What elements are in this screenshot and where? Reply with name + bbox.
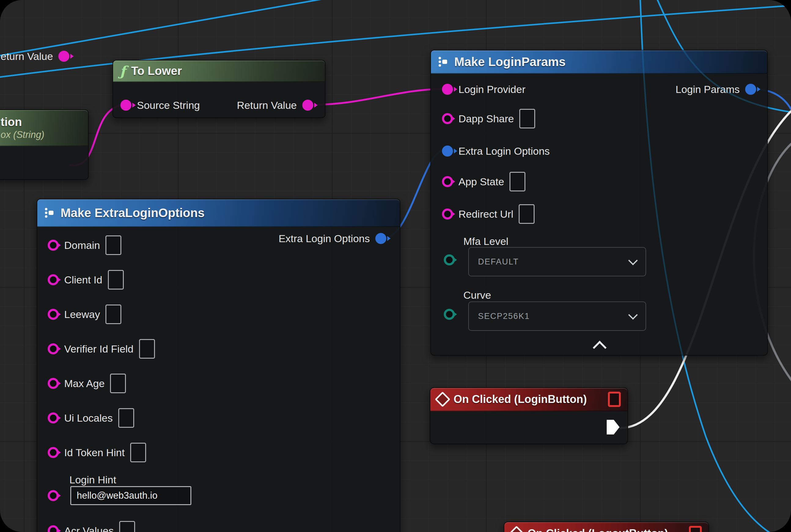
leeway-pin[interactable] bbox=[48, 309, 59, 320]
dapp-share-label: Dapp Share bbox=[459, 113, 514, 125]
app-state-pin[interactable] bbox=[442, 176, 453, 187]
chevron-down-icon bbox=[628, 255, 638, 265]
wire-magenta-mid[interactable] bbox=[318, 89, 444, 104]
node-on-clicked-logout-button[interactable]: On Clicked (LogoutButton) bbox=[504, 521, 709, 532]
pin-row-verifier-id-field: Verifier Id Field bbox=[48, 340, 155, 357]
pin-row-login-provider: Login Provider bbox=[442, 81, 525, 98]
verifier-id-field-value-box[interactable] bbox=[139, 339, 155, 359]
verifier-id-field-pin[interactable] bbox=[48, 343, 59, 354]
curve-pin[interactable] bbox=[444, 309, 455, 320]
node-subtitle-fragment: ox (String) bbox=[1, 129, 44, 140]
node-title: Make ExtraLoginOptions bbox=[60, 206, 205, 220]
pin-row-leeway: Leeway bbox=[48, 306, 121, 323]
redirect-url-label: Redirect Url bbox=[459, 208, 513, 220]
mfa-level-label: Mfa Level bbox=[463, 235, 508, 247]
ui-locales-label: Ui Locales bbox=[64, 412, 113, 424]
extra-login-options-out-label: Extra Login Options bbox=[278, 233, 370, 245]
exec-output-pin[interactable] bbox=[607, 420, 619, 435]
max-age-pin[interactable] bbox=[48, 378, 59, 389]
node-to-lower-header[interactable]: ƒ To Lower bbox=[113, 60, 325, 82]
id-token-hint-label: Id Token Hint bbox=[64, 447, 125, 459]
return-value-label: Return Value bbox=[237, 99, 297, 111]
mfa-level-pin[interactable] bbox=[444, 254, 455, 265]
max-age-label: Max Age bbox=[64, 378, 104, 390]
source-string-label: Source String bbox=[137, 99, 200, 111]
id-token-hint-value-box[interactable] bbox=[130, 443, 146, 462]
node-title: To Lower bbox=[131, 64, 182, 78]
node-on-clicked-login-button[interactable]: On Clicked (LoginButton) bbox=[430, 387, 628, 444]
event-diamond-icon bbox=[435, 392, 450, 407]
return-value-label: eturn Value bbox=[1, 51, 53, 62]
event-diamond-icon bbox=[509, 526, 524, 532]
login-provider-label: Login Provider bbox=[459, 83, 525, 95]
client-id-value-box[interactable] bbox=[108, 270, 124, 289]
domain-value-box[interactable] bbox=[105, 235, 121, 255]
leeway-value-box[interactable] bbox=[105, 305, 121, 324]
login-hint-value: hello@web3auth.io bbox=[77, 490, 157, 501]
mfa-level-dropdown[interactable]: DEFAULT bbox=[468, 247, 646, 277]
function-f-icon: ƒ bbox=[120, 63, 126, 79]
login-params-out-pin[interactable] bbox=[745, 84, 756, 95]
node-make-login-params[interactable]: Make LoginParams Login Provider Login Pa… bbox=[430, 50, 768, 356]
node-title: On Clicked (LogoutButton) bbox=[527, 527, 683, 532]
pin-row-extra-login-options: Extra Login Options bbox=[442, 142, 550, 159]
redirect-url-pin[interactable] bbox=[442, 209, 453, 220]
login-hint-input[interactable]: hello@web3auth.io bbox=[70, 486, 191, 505]
id-token-hint-pin[interactable] bbox=[48, 447, 59, 458]
acr-values-pin[interactable] bbox=[48, 525, 59, 532]
node-get-selected-option-header[interactable]: tion ox (String) bbox=[0, 110, 88, 146]
pin-row-ui-locales: Ui Locales bbox=[48, 410, 134, 426]
node-make-extra-login-options[interactable]: Make ExtraLoginOptions Extra Login Optio… bbox=[37, 199, 400, 532]
make-struct-icon bbox=[438, 55, 449, 68]
pin-row-client-id: Client Id bbox=[48, 271, 124, 288]
mfa-level-value: DEFAULT bbox=[478, 257, 519, 267]
pin-row-app-state: App State bbox=[442, 173, 525, 190]
graph-canvas[interactable]: tion ox (String) eturn Value ƒ To Lower … bbox=[0, 0, 791, 532]
node-make-extra-login-options-header[interactable]: Make ExtraLoginOptions bbox=[37, 200, 400, 227]
pin-row-dapp-share: Dapp Share bbox=[442, 110, 535, 127]
max-age-value-box[interactable] bbox=[110, 374, 126, 393]
ui-locales-value-box[interactable] bbox=[118, 408, 134, 428]
collapse-node-button[interactable] bbox=[593, 341, 606, 354]
dapp-share-pin[interactable] bbox=[442, 113, 453, 124]
pin-row-id-token-hint: Id Token Hint bbox=[48, 444, 146, 461]
redirect-url-value-box[interactable] bbox=[519, 204, 535, 224]
domain-pin[interactable] bbox=[48, 240, 59, 251]
client-id-label: Client Id bbox=[64, 274, 102, 286]
node-title: Make LoginParams bbox=[454, 55, 566, 69]
node-to-lower[interactable]: ƒ To Lower Source String Return Value bbox=[113, 60, 326, 118]
login-provider-pin[interactable] bbox=[442, 84, 453, 95]
app-state-value-box[interactable] bbox=[509, 172, 525, 191]
node-title-fragment: tion bbox=[1, 116, 22, 129]
client-id-pin[interactable] bbox=[48, 274, 59, 285]
extra-login-options-out-pin[interactable] bbox=[375, 233, 386, 244]
acr-values-value-box[interactable] bbox=[119, 521, 135, 532]
pin-row-domain: Domain bbox=[48, 236, 121, 254]
login-hint-label: Login Hint bbox=[70, 474, 116, 486]
node-on-clicked-login-button-header[interactable]: On Clicked (LoginButton) bbox=[430, 388, 628, 411]
make-struct-icon bbox=[44, 206, 55, 219]
return-value-pin[interactable] bbox=[58, 51, 70, 62]
node-get-selected-option[interactable]: tion ox (String) eturn Value bbox=[0, 110, 89, 180]
login-hint-pin[interactable] bbox=[48, 490, 59, 501]
app-state-label: App State bbox=[459, 176, 504, 188]
domain-label: Domain bbox=[64, 240, 100, 251]
delegate-pin-icon[interactable] bbox=[689, 526, 702, 532]
ui-locales-pin[interactable] bbox=[48, 413, 59, 423]
verifier-id-field-label: Verifier Id Field bbox=[64, 343, 134, 355]
node-title: On Clicked (LoginButton) bbox=[454, 393, 602, 406]
extra-login-options-in-label: Extra Login Options bbox=[459, 145, 550, 157]
node-on-clicked-logout-button-header[interactable]: On Clicked (LogoutButton) bbox=[504, 522, 709, 532]
delegate-pin-icon[interactable] bbox=[608, 392, 621, 407]
node-make-login-params-header[interactable]: Make LoginParams bbox=[431, 51, 767, 74]
acr-values-label: Acr Values bbox=[64, 525, 114, 532]
curve-label: Curve bbox=[463, 289, 491, 301]
dapp-share-value-box[interactable] bbox=[519, 109, 535, 128]
return-value-pin[interactable] bbox=[302, 100, 313, 111]
source-string-pin[interactable] bbox=[120, 100, 131, 111]
extra-login-options-in-pin[interactable] bbox=[442, 146, 453, 156]
curve-dropdown[interactable]: SECP256K1 bbox=[468, 302, 646, 331]
pin-row-acr-values: Acr Values bbox=[48, 522, 135, 532]
leeway-label: Leeway bbox=[64, 308, 100, 320]
pin-row-redirect-url: Redirect Url bbox=[442, 206, 535, 223]
